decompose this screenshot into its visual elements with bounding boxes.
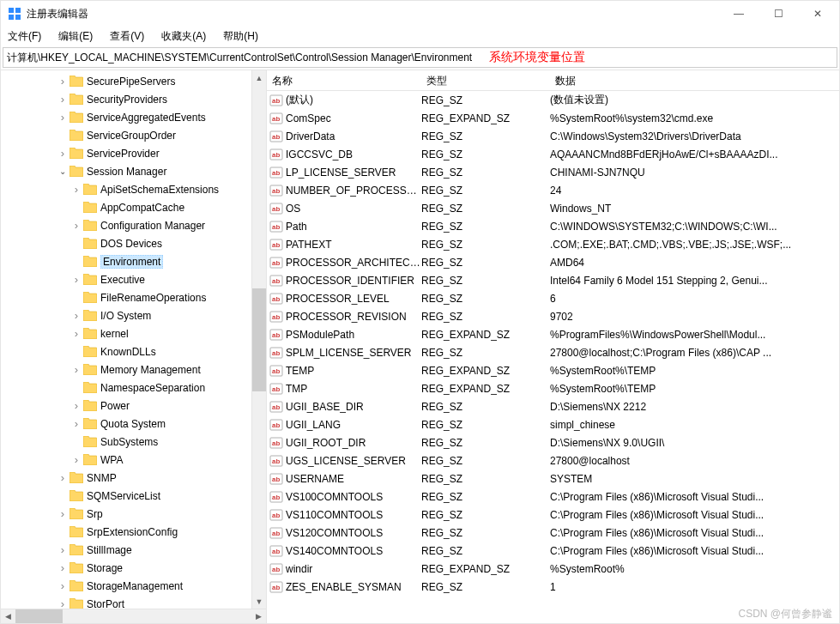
tree-item-filerenameoperations[interactable]: FileRenameOperations	[1, 288, 266, 306]
value-row[interactable]: abPROCESSOR_LEVELREG_SZ6	[267, 289, 839, 307]
tree-item-session-manager[interactable]: ⌄Session Manager	[1, 162, 266, 180]
chevron-down-icon[interactable]: ⌄	[56, 167, 69, 176]
value-row[interactable]: abUGII_LANGREG_SZsimpl_chinese	[267, 415, 839, 433]
value-row[interactable]: abPROCESSOR_IDENTIFIERREG_SZIntel64 Fami…	[267, 271, 839, 289]
tree-item-securityproviders[interactable]: ›SecurityProviders	[1, 90, 266, 108]
scroll-up-icon[interactable]: ▲	[252, 70, 266, 85]
chevron-right-icon[interactable]: ›	[69, 273, 83, 286]
scroll-thumb[interactable]	[252, 288, 266, 391]
header-name[interactable]: 名称	[267, 70, 421, 90]
value-row[interactable]: abPROCESSOR_REVISIONREG_SZ9702	[267, 307, 839, 325]
value-row[interactable]: abPROCESSOR_ARCHITECTU...REG_SZAMD64	[267, 253, 839, 271]
chevron-right-icon[interactable]: ›	[69, 327, 83, 340]
chevron-right-icon[interactable]: ›	[69, 363, 83, 376]
value-row[interactable]: abUGS_LICENSE_SERVERREG_SZ27800@localhos…	[267, 451, 839, 470]
value-row[interactable]: abPSModulePathREG_EXPAND_SZ%ProgramFiles…	[267, 325, 839, 343]
scroll-left-icon[interactable]: ◀	[1, 609, 15, 624]
menu-收藏夹(A)[interactable]: 收藏夹(A)	[158, 27, 209, 45]
tree-item-memory-management[interactable]: ›Memory Management	[1, 360, 266, 379]
tree-item-environment[interactable]: Environment	[1, 252, 266, 270]
tree-scrollbar-horizontal[interactable]: ◀ ▶	[1, 609, 266, 623]
scroll-thumb[interactable]	[15, 609, 63, 623]
tree-label: kernel	[100, 328, 129, 340]
menu-文件(F)[interactable]: 文件(F)	[4, 27, 45, 45]
tree-item-storagemanagement[interactable]: ›StorageManagement	[1, 577, 266, 595]
tree-item-snmp[interactable]: ›SNMP	[1, 469, 266, 487]
svg-text:ab: ab	[272, 223, 280, 231]
value-row[interactable]: abUSERNAMEREG_SZSYSTEM	[267, 470, 839, 488]
chevron-right-icon[interactable]: ›	[56, 471, 69, 484]
value-row[interactable]: abTMPREG_EXPAND_SZ%SystemRoot%\TEMP	[267, 379, 839, 397]
tree-item-subsystems[interactable]: SubSystems	[1, 433, 266, 451]
chevron-right-icon[interactable]: ›	[56, 543, 69, 556]
header-type[interactable]: 类型	[421, 70, 550, 90]
tree-item-configuration-manager[interactable]: ›Configuration Manager	[1, 216, 266, 234]
chevron-right-icon[interactable]: ›	[69, 183, 83, 196]
value-row[interactable]: abPathREG_SZC:\WINDOWS\SYSTEM32;C:\WINDO…	[267, 217, 839, 235]
tree-item-kernel[interactable]: ›kernel	[1, 324, 266, 342]
value-row[interactable]: abTEMPREG_EXPAND_SZ%SystemRoot%\TEMP	[267, 361, 839, 379]
tree-item-power[interactable]: ›Power	[1, 397, 266, 415]
value-row[interactable]: abVS140COMNTOOLSREG_SZC:\Program Files (…	[267, 542, 839, 560]
value-row[interactable]: abZES_ENABLE_SYSMANREG_SZ1	[267, 578, 839, 596]
tree-item-appcompatcache[interactable]: AppCompatCache	[1, 198, 266, 216]
tree-item-executive[interactable]: ›Executive	[1, 270, 266, 288]
chevron-right-icon[interactable]: ›	[56, 93, 69, 106]
value-row[interactable]: abOSREG_SZWindows_NT	[267, 199, 839, 217]
value-row[interactable]: abSPLM_LICENSE_SERVERREG_SZ27800@localho…	[267, 343, 839, 361]
value-row[interactable]: abVS120COMNTOOLSREG_SZC:\Program Files (…	[267, 524, 839, 542]
menu-编辑(E)[interactable]: 编辑(E)	[55, 27, 96, 45]
value-row[interactable]: abUGII_ROOT_DIRREG_SZD:\Siemens\NX 9.0\U…	[267, 433, 839, 451]
tree-item-servicegrouporder[interactable]: ServiceGroupOrder	[1, 126, 266, 144]
tree-item-dos-devices[interactable]: DOS Devices	[1, 234, 266, 252]
chevron-right-icon[interactable]: ›	[69, 399, 83, 412]
tree-scrollbar-vertical[interactable]: ▲ ▼	[251, 70, 266, 609]
chevron-right-icon[interactable]: ›	[69, 453, 83, 466]
value-row[interactable]: abVS100COMNTOOLSREG_SZC:\Program Files (…	[267, 488, 839, 506]
value-row[interactable]: abPATHEXTREG_SZ.COM;.EXE;.BAT;.CMD;.VBS;…	[267, 235, 839, 253]
tree-item-serviceprovider[interactable]: ›ServiceProvider	[1, 144, 266, 162]
chevron-right-icon[interactable]: ›	[69, 417, 83, 430]
chevron-right-icon[interactable]: ›	[56, 561, 69, 574]
maximize-button[interactable]: ☐	[758, 1, 798, 27]
tree-item-knowndlls[interactable]: KnownDLLs	[1, 342, 266, 360]
value-row[interactable]: abVS110COMNTOOLSREG_SZC:\Program Files (…	[267, 506, 839, 524]
tree-item-securepipeservers[interactable]: ›SecurePipeServers	[1, 72, 266, 90]
tree-item-srpextensionconfig[interactable]: SrpExtensionConfig	[1, 523, 266, 541]
chevron-right-icon[interactable]: ›	[56, 111, 69, 124]
value-row[interactable]: ab(默认)REG_SZ(数值未设置)	[267, 91, 839, 109]
minimize-button[interactable]: —	[719, 1, 758, 27]
chevron-right-icon[interactable]: ›	[56, 579, 69, 592]
address-bar[interactable]: 计算机\HKEY_LOCAL_MACHINE\SYSTEM\CurrentCon…	[3, 47, 837, 68]
value-row[interactable]: abUGII_BASE_DIRREG_SZD:\Siemens\NX 2212	[267, 397, 839, 415]
tree-item-stillimage[interactable]: ›StillImage	[1, 541, 266, 559]
chevron-right-icon[interactable]: ›	[56, 75, 69, 88]
value-row[interactable]: abNUMBER_OF_PROCESSORSREG_SZ24	[267, 181, 839, 199]
value-row[interactable]: abDriverDataREG_SZC:\Windows\System32\Dr…	[267, 127, 839, 145]
tree-item-sqmservicelist[interactable]: SQMServiceList	[1, 487, 266, 505]
tree-item-apisetschemaextensions[interactable]: ›ApiSetSchemaExtensions	[1, 180, 266, 198]
tree-item-namespaceseparation[interactable]: NamespaceSeparation	[1, 379, 266, 397]
scroll-right-icon[interactable]: ▶	[251, 609, 266, 624]
tree-item-i-o-system[interactable]: ›I/O System	[1, 306, 266, 324]
tree-item-srp[interactable]: ›Srp	[1, 505, 266, 523]
value-row[interactable]: abComSpecREG_EXPAND_SZ%SystemRoot%\syste…	[267, 109, 839, 127]
tree-item-storage[interactable]: ›Storage	[1, 559, 266, 577]
value-row[interactable]: abwindirREG_EXPAND_SZ%SystemRoot%	[267, 560, 839, 578]
close-button[interactable]: ✕	[798, 1, 837, 27]
value-row[interactable]: abIGCCSVC_DBREG_SZAQAAANCMnd8BFdERjHoAwE…	[267, 145, 839, 163]
chevron-right-icon[interactable]: ›	[69, 219, 83, 232]
menu-帮助(H)[interactable]: 帮助(H)	[220, 27, 262, 45]
menu-查看(V)[interactable]: 查看(V)	[106, 27, 148, 45]
header-data[interactable]: 数据	[550, 70, 839, 90]
tree-item-wpa[interactable]: ›WPA	[1, 451, 266, 469]
tree-item-serviceaggregatedevents[interactable]: ›ServiceAggregatedEvents	[1, 108, 266, 126]
registry-editor-window: 注册表编辑器 — ☐ ✕ 文件(F)编辑(E)查看(V)收藏夹(A)帮助(H) …	[0, 0, 840, 624]
scroll-down-icon[interactable]: ▼	[252, 594, 266, 609]
chevron-right-icon[interactable]: ›	[56, 147, 69, 160]
chevron-right-icon[interactable]: ›	[69, 309, 83, 322]
value-row[interactable]: abLP_LICENSE_SERVERREG_SZCHINAMI-SJN7NQU	[267, 163, 839, 181]
tree-item-quota-system[interactable]: ›Quota System	[1, 415, 266, 433]
list-header: 名称 类型 数据	[267, 70, 839, 91]
chevron-right-icon[interactable]: ›	[56, 507, 69, 520]
